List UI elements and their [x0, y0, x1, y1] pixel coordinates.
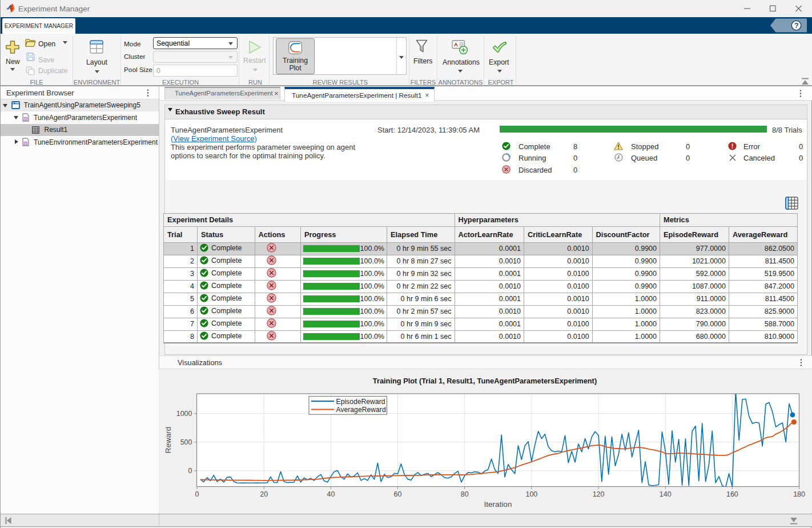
svg-text:60: 60: [394, 490, 402, 498]
svg-text:A: A: [454, 41, 458, 47]
svg-text:1000: 1000: [176, 410, 192, 418]
svg-text:AverageReward: AverageReward: [336, 406, 386, 414]
svg-text:160: 160: [726, 490, 738, 498]
svg-text:500: 500: [180, 438, 192, 446]
svg-text:140: 140: [660, 490, 672, 498]
svg-text:80: 80: [461, 490, 469, 498]
svg-text:?: ?: [794, 21, 798, 30]
svg-text:20: 20: [260, 490, 268, 498]
svg-text:EpisodeReward: EpisodeReward: [336, 398, 385, 406]
svg-text:Reward: Reward: [164, 427, 172, 454]
svg-text:Training Plot (Trial 1, Result: Training Plot (Trial 1, Result1, TuneAge…: [373, 377, 597, 385]
svg-text:180: 180: [793, 490, 805, 498]
svg-text:40: 40: [327, 490, 335, 498]
svg-text:120: 120: [593, 490, 605, 498]
svg-text:0: 0: [195, 490, 199, 498]
svg-text:100: 100: [525, 490, 537, 498]
svg-text:Iteration: Iteration: [484, 500, 512, 509]
svg-text:0: 0: [188, 467, 192, 475]
